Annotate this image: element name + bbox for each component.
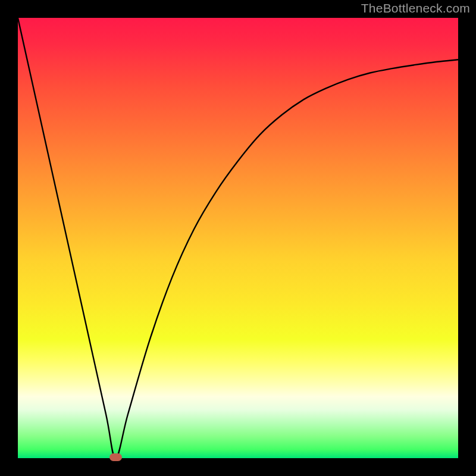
- plot-area: [18, 18, 458, 458]
- watermark-text: TheBottleneck.com: [361, 1, 470, 15]
- chart-frame: TheBottleneck.com: [0, 0, 476, 476]
- bottleneck-curve: [18, 18, 458, 458]
- minimum-marker: [109, 453, 122, 461]
